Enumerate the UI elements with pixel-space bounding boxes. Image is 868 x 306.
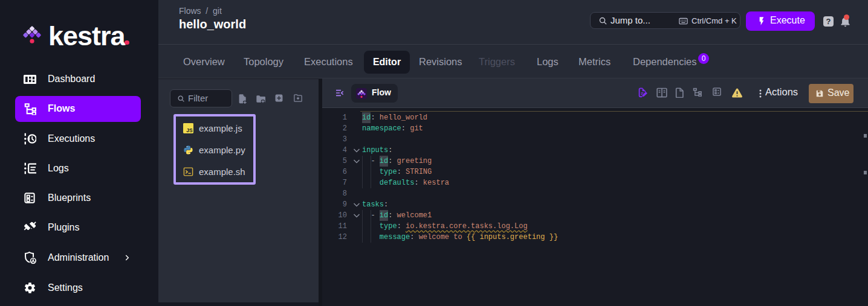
svg-text:JS: JS: [186, 127, 193, 133]
